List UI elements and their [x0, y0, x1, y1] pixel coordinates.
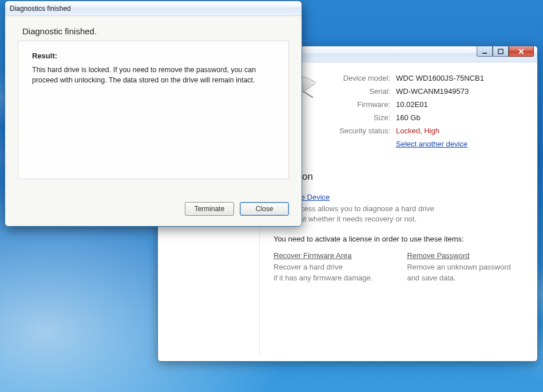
- terminate-button[interactable]: Terminate: [185, 202, 234, 216]
- dialog-heading: Diagnostic finished.: [22, 26, 289, 36]
- remove-desc-line1: Remove an unknown password: [407, 263, 510, 271]
- label-device-model: Device model:: [327, 74, 390, 82]
- close-button[interactable]: [509, 46, 534, 57]
- recover-firmware-link[interactable]: Recover Firmware Area: [274, 251, 352, 260]
- label-size: Size:: [327, 113, 390, 122]
- minimize-icon: [482, 49, 487, 54]
- svg-rect-1: [498, 49, 503, 54]
- maximize-icon: [498, 49, 504, 54]
- result-frame: Result: This hard drive is locked. If yo…: [18, 41, 289, 179]
- license-note: You need to activate a license in order …: [274, 235, 519, 243]
- dialog-titlebar[interactable]: Diagnostics finished: [5, 1, 302, 16]
- result-label: Result:: [32, 52, 275, 60]
- close-dialog-button[interactable]: Close: [240, 202, 289, 216]
- remove-desc-line2: and save data.: [407, 274, 455, 282]
- label-security-status: Security status:: [327, 126, 390, 135]
- minimize-button[interactable]: [477, 46, 493, 57]
- value-device-model: WDC WD1600JS-75NCB1: [396, 74, 484, 82]
- maximize-button[interactable]: [493, 46, 509, 57]
- value-size: 160 Gb: [396, 113, 484, 122]
- svg-rect-0: [482, 53, 487, 54]
- device-info-block: Device model: WDC WD1600JS-75NCB1 Serial…: [274, 74, 519, 148]
- value-serial: WD-WCANM1949573: [396, 87, 484, 96]
- label-firmware: Firmware:: [327, 100, 390, 109]
- recover-desc-line2: if it has any firmware damage.: [274, 274, 372, 282]
- diagnose-action: Diagnose Device This process allows you …: [274, 193, 519, 224]
- action-section-title: an action: [274, 171, 519, 183]
- remove-password-link[interactable]: Remove Password: [407, 251, 469, 260]
- label-serial: Serial:: [327, 87, 390, 96]
- value-firmware: 10.02E01: [396, 100, 484, 109]
- close-icon: [518, 49, 525, 54]
- dialog-title: Diagnostics finished: [10, 5, 71, 13]
- select-another-device-link[interactable]: Select another device: [396, 140, 467, 148]
- recover-desc-line1: Recover a hard drive: [274, 263, 343, 271]
- result-text: This hard drive is locked. If you need t…: [32, 65, 261, 85]
- value-security-status: Locked, High: [396, 126, 484, 135]
- diagnostics-dialog: Diagnostics finished Diagnostic finished…: [5, 1, 302, 227]
- remove-password-action: Remove Password Remove an unknown passwo…: [407, 251, 510, 283]
- recover-firmware-action: Recover Firmware Area Recover a hard dri…: [274, 251, 372, 283]
